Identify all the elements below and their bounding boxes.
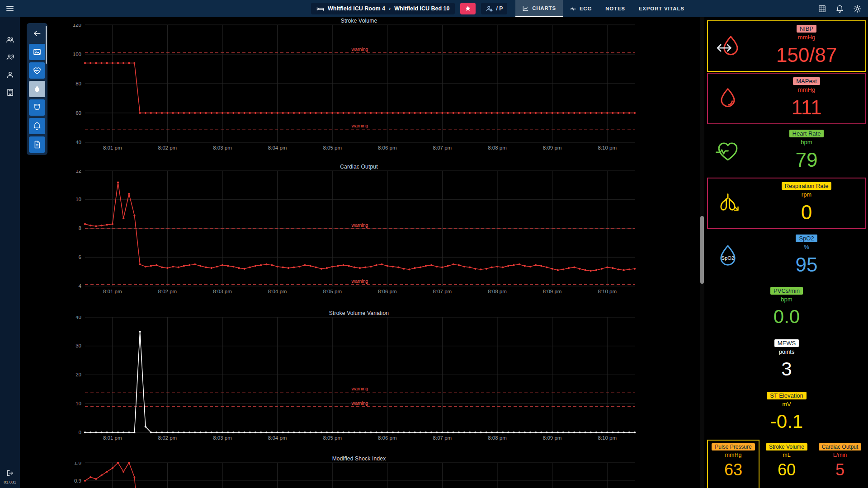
svg-text:8:07 pm: 8:07 pm xyxy=(433,145,452,150)
fluids-button[interactable] xyxy=(29,81,45,97)
svg-text:8:04 pm: 8:04 pm xyxy=(268,145,287,150)
tab-notes[interactable]: NOTES xyxy=(599,0,632,17)
vitals-panel: NIBPmmHg150/87MAPestmmHg111Heart Ratebpm… xyxy=(705,17,868,488)
vital-label-badge: Respiration Rate xyxy=(782,182,832,190)
vital-unit: mmHg xyxy=(725,452,742,458)
vital-content: Respiration Raterpm0 xyxy=(748,178,865,228)
svg-text:120: 120 xyxy=(73,24,81,28)
topbar-right-icons xyxy=(818,0,862,17)
svg-text:1.0: 1.0 xyxy=(74,462,81,465)
scrollbar-thumb[interactable] xyxy=(700,216,704,284)
vertical-scrollbar xyxy=(700,17,704,488)
notifications-icon[interactable] xyxy=(835,5,844,13)
vital-tile-pvcs[interactable]: PVCs/minbpm0.0 xyxy=(707,282,866,334)
vital-tile-hr[interactable]: Heart Ratebpm79 xyxy=(707,125,866,177)
snapshot-button[interactable] xyxy=(29,44,45,60)
svg-text:8:02 pm: 8:02 pm xyxy=(158,145,177,150)
alarms-button[interactable] xyxy=(29,118,45,134)
vital-tile-rr[interactable]: Respiration Raterpm0 xyxy=(707,178,866,229)
vital-content: Heart Ratebpm79 xyxy=(748,126,865,176)
favorite-button[interactable] xyxy=(460,3,476,14)
tab-ecg[interactable]: ECG xyxy=(563,0,599,17)
back-button[interactable] xyxy=(29,25,45,42)
apps-grid-icon[interactable] xyxy=(818,5,826,13)
vital-unit: mmHg xyxy=(798,34,815,41)
tool-rail-scrollbar[interactable] xyxy=(46,26,47,64)
vital-value: 3 xyxy=(781,360,792,379)
display-settings-icon[interactable] xyxy=(853,5,862,13)
tab-charts[interactable]: CHARTS xyxy=(515,0,563,17)
svg-text:SpO2: SpO2 xyxy=(722,255,735,261)
vital-tile-mews[interactable]: MEWSpoints3 xyxy=(707,335,866,386)
vital-tile-sv[interactable]: Stroke VolumemL60 xyxy=(760,440,813,488)
breadcrumb-bed: Whitfield ICU Bed 10 xyxy=(394,5,449,12)
menu-icon[interactable] xyxy=(5,0,14,17)
chart-title: Cardiac Output xyxy=(20,164,698,170)
notes-button[interactable] xyxy=(29,136,45,153)
facility-icon[interactable] xyxy=(6,88,14,97)
nibp-icon xyxy=(708,21,748,71)
vital-content: SpO2%95 xyxy=(748,231,865,281)
user-gear-icon xyxy=(486,5,493,13)
vital-value: 5 xyxy=(835,462,844,478)
vitals-trend-button[interactable] xyxy=(29,62,45,79)
vital-tile-spo2[interactable]: SpO2SpO2%95 xyxy=(707,230,866,282)
vital-label-badge: Cardiac Output xyxy=(819,443,862,450)
svg-text:8:07 pm: 8:07 pm xyxy=(433,289,452,294)
vital-label-badge: ST Elevation xyxy=(767,392,806,399)
logout-icon[interactable] xyxy=(6,469,14,477)
vital-tile-map[interactable]: MAPestmmHg111 xyxy=(707,73,866,124)
patients-group-icon[interactable] xyxy=(6,35,14,44)
vital-tile-st[interactable]: ST ElevationmV-0.1 xyxy=(707,387,866,439)
map-icon xyxy=(708,74,748,123)
vital-tile-pp[interactable]: Pulse PressuremmHg63 xyxy=(707,440,760,488)
svg-text:warning: warning xyxy=(351,222,368,228)
svg-text:8:05 pm: 8:05 pm xyxy=(323,435,342,441)
chart-title: Stroke Volume xyxy=(20,18,698,24)
topbar-tabs: CHARTSECGNOTESEXPORT VITALS xyxy=(515,0,691,17)
svg-text:8:03 pm: 8:03 pm xyxy=(213,435,232,441)
chart-title: Modified Shock Index xyxy=(20,456,698,462)
breadcrumb-separator: › xyxy=(389,5,391,12)
chart-modified-shock-index: Modified Shock Index 1.00.90.80.70.60.50… xyxy=(20,456,698,488)
svg-text:8:02 pm: 8:02 pm xyxy=(158,289,177,294)
svg-text:8:05 pm: 8:05 pm xyxy=(323,145,342,150)
vital-label-badge: MEWS xyxy=(774,339,799,347)
vital-value: 111 xyxy=(792,98,822,117)
svg-text:8:08 pm: 8:08 pm xyxy=(488,289,507,294)
vital-label-badge: Stroke Volume xyxy=(766,443,807,450)
svg-text:40: 40 xyxy=(75,316,81,320)
stroke-volume-chart-canvas: 1201008060408:01 pm8:02 pm8:03 pm8:04 pm… xyxy=(20,24,698,155)
vital-tile-nibp[interactable]: NIBPmmHg150/87 xyxy=(707,20,866,72)
tab-export-vitals[interactable]: EXPORT VITALS xyxy=(632,0,691,17)
vital-label-badge: PVCs/min xyxy=(770,287,803,295)
svg-text:8:02 pm: 8:02 pm xyxy=(158,435,177,441)
svg-text:8:01 pm: 8:01 pm xyxy=(103,145,122,150)
patient-icon[interactable] xyxy=(6,70,14,79)
svg-text:8:08 pm: 8:08 pm xyxy=(488,435,507,441)
patient-voice-icon[interactable] xyxy=(6,53,14,61)
vital-content: PVCs/minbpm0.0 xyxy=(708,283,865,333)
svg-text:0: 0 xyxy=(79,430,81,435)
patient-mode-button[interactable]: / P xyxy=(481,3,507,14)
svg-text:8: 8 xyxy=(79,225,81,231)
notes-icon xyxy=(33,140,42,149)
svg-text:8:01 pm: 8:01 pm xyxy=(103,435,122,441)
vital-tile-co[interactable]: Cardiac OutputL/min5 xyxy=(814,440,866,488)
svg-text:8:03 pm: 8:03 pm xyxy=(213,145,232,150)
vital-unit: mmHg xyxy=(798,86,815,93)
chart-tool-rail xyxy=(27,23,47,155)
bed-icon xyxy=(316,5,324,13)
vital-unit: rpm xyxy=(802,191,811,198)
breadcrumb[interactable]: Whitfield ICU Room 4 › Whitfield ICU Bed… xyxy=(311,3,455,14)
svg-text:warning: warning xyxy=(351,123,368,128)
tab-label: ECG xyxy=(580,6,592,11)
top-bar: Whitfield ICU Room 4 › Whitfield ICU Bed… xyxy=(0,0,868,17)
sidebar-bottom: 01.031 xyxy=(4,469,16,488)
nav-items xyxy=(6,35,14,97)
stroke-volume-variation-chart-canvas: 4030201008:01 pm8:02 pm8:03 pm8:04 pm8:0… xyxy=(20,316,698,445)
probe-button[interactable] xyxy=(29,99,45,116)
vital-label-badge: Heart Rate xyxy=(789,130,824,137)
fluids-icon xyxy=(33,84,42,94)
svg-text:8:03 pm: 8:03 pm xyxy=(213,289,232,294)
